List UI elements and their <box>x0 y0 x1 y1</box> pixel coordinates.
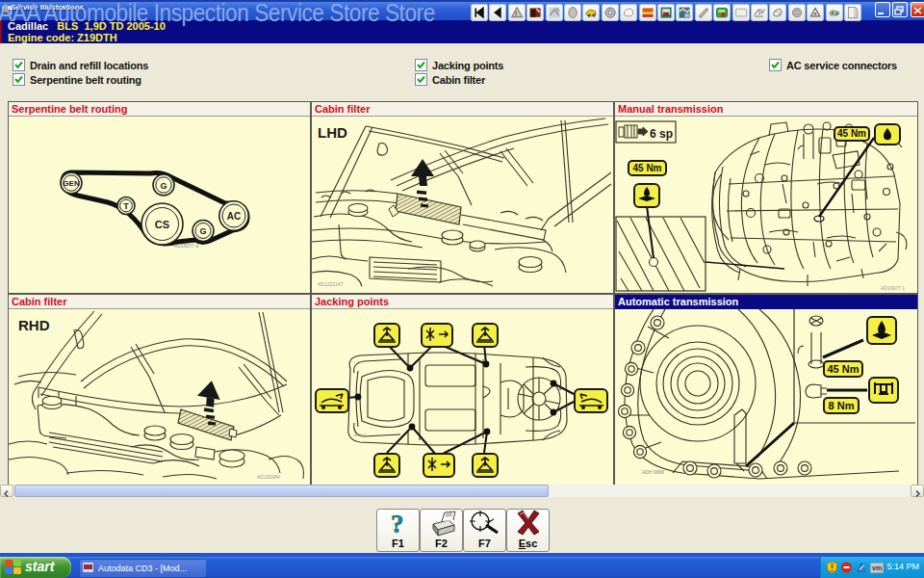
svg-text:vm: vm <box>872 565 882 571</box>
svg-text:ADH 9966: ADH 9966 <box>642 469 664 475</box>
svg-text:RHD: RHD <box>18 317 50 333</box>
svg-text:AD564: AD564 <box>354 433 367 437</box>
svg-text:G: G <box>199 226 206 236</box>
svg-text:LHD: LHD <box>318 124 347 141</box>
svg-text:AD19977 1: AD19977 1 <box>881 285 905 291</box>
svg-text:GEN: GEN <box>63 179 80 188</box>
svg-text:6 sp: 6 sp <box>650 127 673 141</box>
svg-text:CS: CS <box>155 219 169 230</box>
svg-text:AD122214T: AD122214T <box>318 281 344 287</box>
svg-text:AD190084: AD190084 <box>257 474 280 480</box>
svg-text:AC: AC <box>227 211 241 222</box>
svg-text:AD19077 a: AD19077 a <box>174 243 198 249</box>
svg-text:G: G <box>160 181 167 191</box>
svg-text:?: ? <box>391 510 404 537</box>
svg-text:T: T <box>123 201 129 211</box>
